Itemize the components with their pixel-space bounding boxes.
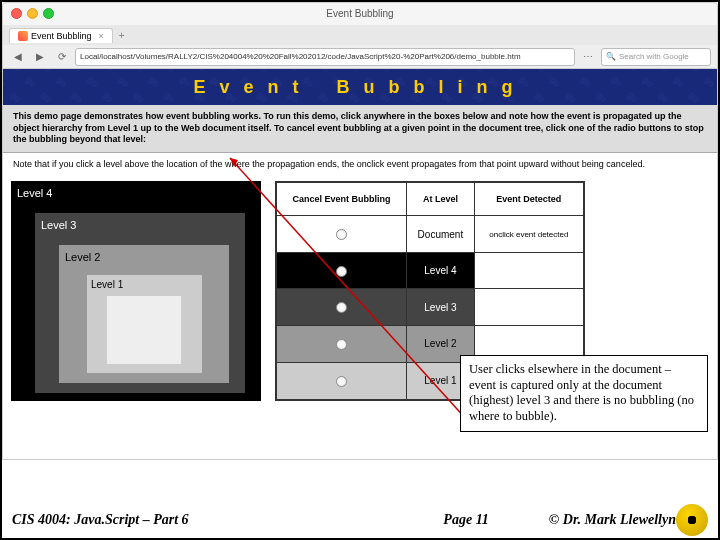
table-row-level4: Level 4 bbox=[276, 252, 584, 289]
th-detected: Event Detected bbox=[474, 182, 584, 216]
radio-level3[interactable] bbox=[336, 302, 347, 313]
table-row-document: Document onclick event detected bbox=[276, 216, 584, 253]
tab-label: Event Bubbling bbox=[31, 31, 92, 41]
level-3-label: Level 3 bbox=[41, 219, 76, 231]
toolbar: ◀ ▶ ⟳ Local/localhost/Volumes/RALLY2/CIS… bbox=[3, 45, 717, 69]
level-2-label: Level 2 bbox=[65, 251, 100, 263]
tab-bar: Event Bubbling × + bbox=[3, 25, 717, 45]
footer-course: CIS 4004: Java.Script – Part 6 bbox=[12, 512, 189, 528]
new-tab-button[interactable]: + bbox=[113, 28, 131, 43]
browser-tab[interactable]: Event Bubbling × bbox=[9, 28, 113, 43]
banner-word-1: Event bbox=[193, 77, 312, 98]
cell-l4-detected bbox=[474, 252, 584, 289]
cell-document-label: Document bbox=[407, 216, 475, 253]
reload-button[interactable]: ⟳ bbox=[53, 49, 71, 65]
window-title: Event Bubbling bbox=[3, 8, 717, 19]
search-icon: 🔍 bbox=[606, 52, 616, 61]
level-1-box[interactable]: Level 1 bbox=[87, 275, 202, 373]
ucf-logo-icon bbox=[676, 504, 708, 536]
radio-level2[interactable] bbox=[336, 339, 347, 350]
level-2-box[interactable]: Level 2 Level 1 bbox=[59, 245, 229, 383]
level-1-label: Level 1 bbox=[91, 279, 123, 290]
tab-close-icon[interactable]: × bbox=[99, 31, 104, 41]
level-0-box[interactable] bbox=[107, 296, 181, 364]
search-field[interactable]: 🔍 Search with Google bbox=[601, 48, 711, 66]
cell-l3-detected bbox=[474, 289, 584, 326]
footer-page: Page 11 bbox=[443, 512, 489, 528]
tab-favicon bbox=[18, 31, 28, 41]
level-3-box[interactable]: Level 3 Level 2 Level 1 bbox=[35, 213, 245, 393]
radio-level4[interactable] bbox=[336, 266, 347, 277]
page-banner: go Event Bubbling bbox=[3, 69, 717, 105]
level-4-box[interactable]: Level 4 Level 3 Level 2 Level 1 bbox=[11, 181, 261, 401]
th-cancel: Cancel Event Bubbling bbox=[276, 182, 407, 216]
slide-footer: CIS 4004: Java.Script – Part 6 Page 11 ©… bbox=[0, 506, 720, 534]
th-level: At Level bbox=[407, 182, 475, 216]
banner-word-2: Bubbling bbox=[337, 77, 527, 98]
level-4-label: Level 4 bbox=[17, 187, 52, 199]
annotation-callout: User clicks elsewhere in the document – … bbox=[460, 355, 708, 432]
url-field[interactable]: Local/localhost/Volumes/RALLY2/CIS%20400… bbox=[75, 48, 575, 66]
forward-button[interactable]: ▶ bbox=[31, 49, 49, 65]
table-row-level3: Level 3 bbox=[276, 289, 584, 326]
cell-l4-label: Level 4 bbox=[407, 252, 475, 289]
search-placeholder: Search with Google bbox=[619, 52, 689, 61]
back-button[interactable]: ◀ bbox=[9, 49, 27, 65]
radio-level1[interactable] bbox=[336, 376, 347, 387]
radio-document[interactable] bbox=[336, 229, 347, 240]
intro-paragraph-2: Note that if you click a level above the… bbox=[3, 153, 717, 177]
reader-button[interactable]: ⋯ bbox=[579, 49, 597, 65]
cell-document-detected: onclick event detected bbox=[474, 216, 584, 253]
intro-paragraph-1: This demo page demonstrates how event bu… bbox=[3, 105, 717, 153]
footer-author: © Dr. Mark Llewellyn bbox=[549, 512, 676, 528]
url-text: Local/localhost/Volumes/RALLY2/CIS%20400… bbox=[80, 52, 521, 61]
cell-l3-label: Level 3 bbox=[407, 289, 475, 326]
